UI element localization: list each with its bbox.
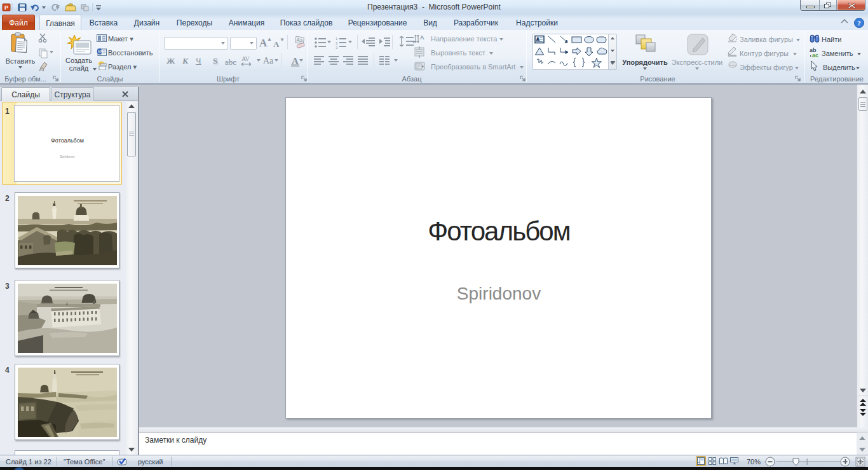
svg-text:1: 1 [336,37,338,41]
svg-text:A: A [536,37,539,41]
svg-text:А: А [420,34,424,41]
svg-text:?: ? [857,19,861,27]
svg-text:2: 2 [336,41,338,45]
svg-text:3: 3 [336,46,338,50]
svg-text:ac: ac [812,52,818,59]
svg-text:P: P [4,4,8,11]
svg-text:Аа: Аа [296,37,304,43]
